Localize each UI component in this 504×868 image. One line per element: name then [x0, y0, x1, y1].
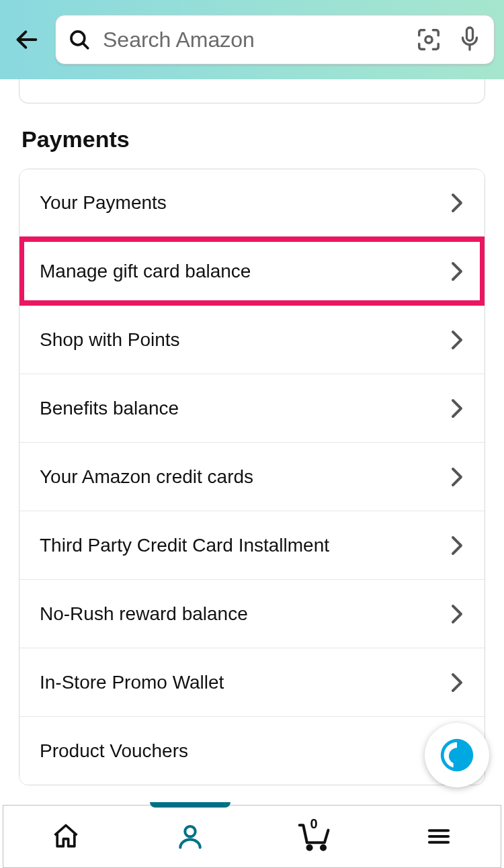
- cart-count-badge: 0: [310, 816, 318, 832]
- alexa-icon: [437, 736, 476, 775]
- nav-home[interactable]: [3, 806, 128, 867]
- user-icon: [175, 822, 205, 851]
- chevron-right-icon: [450, 193, 464, 213]
- assistant-fab[interactable]: [425, 723, 489, 787]
- row-label: Shop with Points: [40, 329, 450, 351]
- camera-scan-icon[interactable]: [416, 27, 442, 52]
- svg-point-7: [185, 826, 195, 836]
- hamburger-icon: [425, 822, 453, 851]
- nav-menu[interactable]: [376, 806, 501, 867]
- row-label: In-Store Promo Wallet: [40, 672, 450, 693]
- app-header: Search Amazon: [0, 0, 504, 79]
- payments-row[interactable]: In-Store Promo Wallet: [19, 648, 485, 716]
- payments-row[interactable]: Third Party Credit Card Installment: [19, 511, 485, 579]
- payments-row[interactable]: Product Vouchers: [19, 716, 485, 785]
- row-label: No-Rush reward balance: [40, 603, 450, 625]
- previous-card-edge: [19, 79, 485, 103]
- row-label: Third Party Credit Card Installment: [40, 535, 450, 556]
- row-label: Your Amazon credit cards: [40, 466, 450, 488]
- row-label: Benefits balance: [40, 398, 450, 419]
- svg-rect-4: [467, 28, 473, 41]
- payments-row[interactable]: Manage gift card balance: [19, 236, 485, 305]
- chevron-right-icon: [450, 535, 464, 556]
- payments-row[interactable]: Shop with Points: [19, 305, 485, 374]
- bottom-nav: 0: [3, 805, 501, 868]
- nav-cart[interactable]: 0: [252, 806, 376, 867]
- chevron-right-icon: [450, 330, 464, 350]
- search-placeholder: Search Amazon: [103, 28, 404, 52]
- back-button[interactable]: [9, 22, 44, 57]
- svg-point-8: [307, 846, 311, 850]
- page-content: Payments Your PaymentsManage gift card b…: [0, 79, 504, 785]
- svg-point-9: [321, 846, 325, 850]
- home-icon: [51, 822, 81, 851]
- arrow-left-icon: [13, 26, 40, 53]
- payments-row[interactable]: No-Rush reward balance: [19, 579, 485, 648]
- section-title-payments: Payments: [22, 126, 485, 153]
- search-bar[interactable]: Search Amazon: [55, 15, 495, 64]
- svg-point-3: [425, 36, 432, 43]
- svg-line-2: [83, 43, 87, 48]
- chevron-right-icon: [450, 398, 464, 419]
- payments-row[interactable]: Benefits balance: [19, 374, 485, 442]
- chevron-right-icon: [450, 672, 464, 693]
- row-label: Manage gift card balance: [40, 261, 450, 282]
- nav-account[interactable]: [128, 806, 252, 867]
- chevron-right-icon: [450, 467, 464, 487]
- microphone-icon[interactable]: [458, 26, 482, 54]
- row-label: Product Vouchers: [40, 740, 450, 762]
- nav-active-indicator: [150, 802, 230, 808]
- payments-row[interactable]: Your Payments: [19, 169, 485, 236]
- chevron-right-icon: [450, 261, 464, 281]
- search-icon: [68, 28, 91, 51]
- chevron-right-icon: [450, 604, 464, 624]
- payments-card: Your PaymentsManage gift card balanceSho…: [19, 169, 485, 785]
- payments-row[interactable]: Your Amazon credit cards: [19, 442, 485, 511]
- row-label: Your Payments: [40, 192, 450, 214]
